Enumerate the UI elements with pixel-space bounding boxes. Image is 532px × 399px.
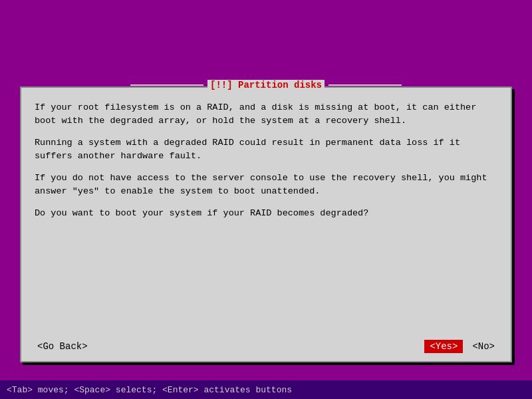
paragraph-3: If you do not have access to the server …: [35, 172, 497, 198]
paragraph-4: Do you want to boot your system if your …: [35, 207, 497, 220]
status-bar: <Tab> moves; <Space> selects; <Enter> ac…: [0, 380, 532, 399]
dialog-title-bar: [!!] Partition disks: [130, 80, 402, 90]
yes-button[interactable]: <Yes>: [424, 340, 463, 353]
dialog-content: If your root filesystem is on a RAID, an…: [21, 88, 511, 328]
go-back-button[interactable]: <Go Back>: [35, 340, 90, 353]
no-button[interactable]: <No>: [469, 340, 497, 353]
paragraph-1: If your root filesystem is on a RAID, an…: [35, 101, 497, 127]
title-line-left: [130, 84, 203, 86]
title-line-right: [329, 84, 402, 86]
dialog-title: [!!] Partition disks: [207, 80, 325, 90]
dialog: [!!] Partition disks If your root filesy…: [20, 86, 512, 362]
dialog-buttons: <Go Back> <Yes> <No>: [21, 340, 511, 353]
status-bar-text: <Tab> moves; <Space> selects; <Enter> ac…: [7, 385, 292, 395]
dialog-wrapper: [!!] Partition disks If your root filesy…: [20, 86, 512, 362]
paragraph-2: Running a system with a degraded RAID co…: [35, 136, 497, 162]
